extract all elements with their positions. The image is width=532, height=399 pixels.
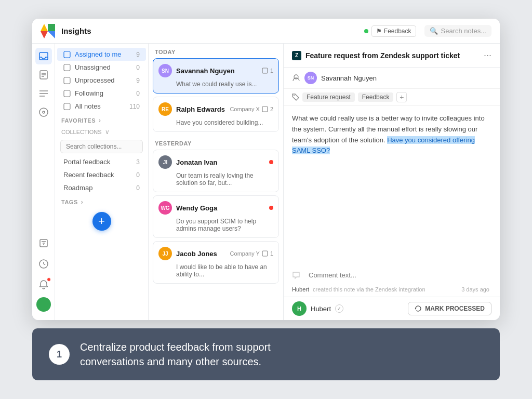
note-meta-ralph: Company X 2 xyxy=(230,106,273,112)
note-card-jonatan[interactable]: JI Jonatan Ivan Our team is really lovin… xyxy=(153,150,279,192)
svg-point-30 xyxy=(294,95,295,96)
banner-text: Centralize product feedback from support… xyxy=(80,340,271,369)
status-check-icon: ✓ xyxy=(335,304,343,313)
add-tag-button[interactable]: + xyxy=(396,92,407,102)
note-card-ralph[interactable]: RE Ralph Edwards Company X 2 Have you co… xyxy=(153,97,279,132)
unread-dot-wendy xyxy=(269,206,273,210)
mark-processed-button[interactable]: MARK PROCESSED xyxy=(408,302,491,315)
favorites-label: FAVORITES › xyxy=(55,113,148,126)
feedback-label: Feedback xyxy=(384,28,411,35)
detail-header: Z Feature request from Zendesk support t… xyxy=(284,44,500,68)
detail-body: What we could really use is a better way… xyxy=(284,106,500,268)
svg-marker-1 xyxy=(48,24,55,31)
note-avatar-savannah: SN xyxy=(158,64,172,77)
header: Insights ⚑ Feedback 🔍 Search notes... xyxy=(32,19,500,44)
svg-rect-25 xyxy=(64,103,70,110)
sidebar-icon-filter[interactable] xyxy=(35,235,52,251)
note-card-savannah[interactable]: SN Savannah Nguyen 1 What we could reall… xyxy=(153,58,279,94)
main-layout: Assigned to me 9 Unassigned 0 Unprocesse… xyxy=(32,44,500,320)
sidebar-icon-compass[interactable] xyxy=(35,104,52,121)
svg-rect-21 xyxy=(64,51,70,58)
nav-item-following[interactable]: Following 0 xyxy=(57,87,146,100)
unread-dot-jonatan xyxy=(269,160,273,164)
bottom-user-name: Hubert xyxy=(311,305,331,313)
search-icon: 🔍 xyxy=(430,27,438,35)
nav-collection-portal[interactable]: Portal feedback 3 xyxy=(57,155,146,168)
note-avatar-ralph: RE xyxy=(158,102,172,116)
app-window: Insights ⚑ Feedback 🔍 Search notes... xyxy=(32,19,500,320)
detail-panel: Z Feature request from Zendesk support t… xyxy=(284,44,500,320)
note-card-jacob[interactable]: JJ Jacob Jones Company Y 1 I would like … xyxy=(153,241,279,284)
note-name-savannah: Savannah Nguyen xyxy=(176,67,258,75)
nav-sidebar: Assigned to me 9 Unassigned 0 Unprocesse… xyxy=(55,44,149,320)
note-card-wendy[interactable]: WG Wendy Goga Do you support SCIM to hel… xyxy=(153,195,279,238)
tags-icon xyxy=(292,94,299,101)
svg-marker-2 xyxy=(41,31,48,38)
refresh-icon xyxy=(415,305,422,312)
search-collections-input[interactable] xyxy=(60,140,143,153)
svg-line-20 xyxy=(44,264,45,265)
add-button[interactable]: + xyxy=(92,212,111,231)
mark-processed-label: MARK PROCESSED xyxy=(425,305,485,312)
svg-marker-3 xyxy=(48,31,55,38)
sidebar-icon-inbox[interactable] xyxy=(35,48,52,64)
search-placeholder: Search notes... xyxy=(441,27,486,35)
svg-point-12 xyxy=(39,108,48,116)
note-avatar-jonatan: JI xyxy=(158,155,172,169)
more-options-button[interactable]: ··· xyxy=(484,50,491,61)
svg-rect-22 xyxy=(64,64,70,71)
logo-icon xyxy=(41,24,55,38)
note-snippet-savannah: What we could really use is... xyxy=(158,81,273,88)
note-name-jacob: Jacob Jones xyxy=(176,250,226,258)
note-name-jonatan: Jonatan Ivan xyxy=(176,158,265,166)
tags-label: TAGS › xyxy=(55,194,148,208)
note-avatar-jacob: JJ xyxy=(158,247,172,260)
feedback-tag[interactable]: ⚑ Feedback xyxy=(371,25,416,37)
note-snippet-wendy: Do you support SCIM to help admins manag… xyxy=(158,218,273,232)
plus-icon: + xyxy=(98,215,105,228)
svg-rect-24 xyxy=(64,90,70,97)
detail-author-row: SN Savannah Nguyen xyxy=(284,68,500,89)
note-snippet-ralph: Have you considered building... xyxy=(158,119,273,126)
note-snippet-jacob: I would like to be able to have an abili… xyxy=(158,263,273,278)
nav-item-all[interactable]: All notes 110 xyxy=(57,100,146,113)
bottom-user-avatar: H xyxy=(292,301,307,316)
zendesk-icon: Z xyxy=(292,51,301,60)
header-feedback-section: ⚑ Feedback xyxy=(364,25,416,37)
nav-collection-roadmap[interactable]: Roadmap 0 xyxy=(57,181,146,194)
svg-rect-26 xyxy=(262,68,268,73)
note-meta-jacob: Company Y 1 xyxy=(230,250,273,257)
nav-item-unassigned[interactable]: Unassigned 0 xyxy=(57,61,146,74)
sidebar-icon-bell[interactable] xyxy=(35,276,52,293)
detail-bottom-bar: H Hubert ✓ MARK PROCESSED xyxy=(284,297,500,320)
detail-author-name: Savannah Nguyen xyxy=(321,74,377,82)
search-notes-input[interactable]: 🔍 Search notes... xyxy=(424,25,491,37)
detail-meta-row: Hubert created this note via the Zendesk… xyxy=(284,284,500,297)
notes-list: TODAY SN Savannah Nguyen 1 What we could… xyxy=(149,44,284,320)
comment-input[interactable] xyxy=(303,268,491,282)
nav-collection-recent[interactable]: Recent feedback 0 xyxy=(57,168,146,181)
comment-icon xyxy=(292,271,300,280)
creator-name: Hubert xyxy=(292,286,309,292)
sidebar-icon-clock[interactable] xyxy=(35,256,52,272)
note-snippet-jonatan: Our team is really loving the solution s… xyxy=(158,172,273,187)
note-meta-savannah: 1 xyxy=(262,68,273,74)
tag-icon: ⚑ xyxy=(376,28,382,35)
sidebar-icon-list[interactable] xyxy=(35,85,52,102)
online-dot xyxy=(364,29,368,33)
svg-rect-28 xyxy=(262,251,268,256)
app-title: Insights xyxy=(61,26,91,35)
nav-item-unprocessed[interactable]: Unprocessed 9 xyxy=(57,74,146,87)
nav-item-assigned[interactable]: Assigned to me 9 xyxy=(57,48,146,61)
time-ago: 3 days ago xyxy=(461,286,489,292)
author-icon xyxy=(292,74,300,82)
integration-text: created this note via the Zendesk integr… xyxy=(313,286,425,292)
user-avatar[interactable] xyxy=(36,297,51,312)
tag-chip-feedback[interactable]: Feedback xyxy=(358,92,394,102)
tag-chip-feature-request[interactable]: Feature request xyxy=(302,92,355,102)
sidebar-icon-doc[interactable] xyxy=(35,66,52,83)
notes-section-yesterday: YESTERDAY xyxy=(149,135,283,150)
icon-sidebar xyxy=(32,44,55,320)
comment-row xyxy=(284,268,500,284)
svg-rect-27 xyxy=(262,107,268,112)
